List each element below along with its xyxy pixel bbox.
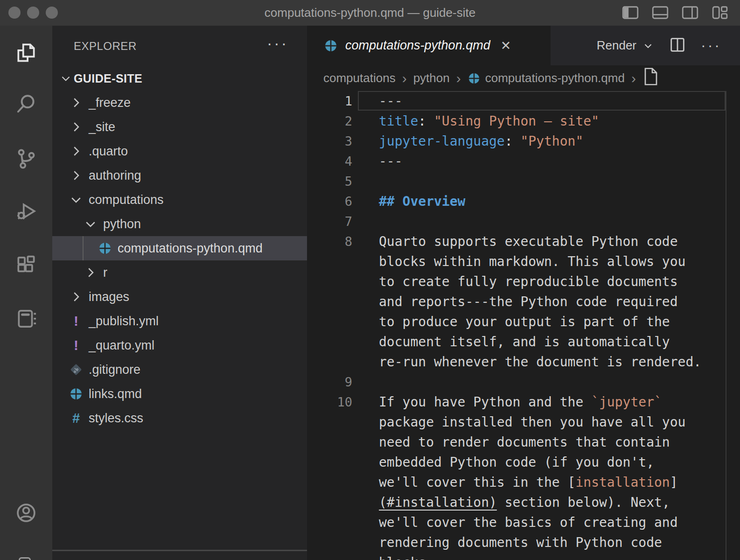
toggle-secondary-sidebar-icon[interactable] — [680, 3, 700, 24]
breadcrumb-item-computations[interactable]: computations — [323, 71, 396, 85]
code-line-8-row1[interactable]: 8Quarto supports executable Python code — [307, 231, 740, 252]
tree-item--freeze[interactable]: _freeze — [52, 91, 307, 115]
quarto-file-icon — [468, 72, 485, 85]
breadcrumb-separator: › — [631, 70, 636, 86]
line-number[interactable] — [307, 512, 352, 532]
code-text: to produce your output is part of the — [379, 312, 670, 332]
breadcrumb-item-computations-python-qmd[interactable]: computations-python.qmd — [468, 71, 625, 85]
tree-item-computations[interactable]: computations — [52, 188, 307, 212]
section-label: GUIDE-SITE — [74, 72, 142, 85]
line-number[interactable]: 10 — [307, 392, 352, 412]
tree-item-label: styles.css — [89, 411, 143, 426]
line-number[interactable] — [307, 472, 352, 492]
line-number[interactable] — [307, 452, 352, 472]
split-editor-icon[interactable] — [668, 35, 687, 56]
code-line-10-row9[interactable]: blocks. — [307, 553, 740, 560]
line-number[interactable] — [307, 492, 352, 512]
activity-extensions[interactable] — [0, 245, 52, 287]
line-number[interactable]: 7 — [307, 211, 352, 231]
line-number[interactable] — [307, 432, 352, 452]
activity-explorer[interactable] — [0, 32, 52, 75]
editor-more-actions[interactable]: ··· — [701, 37, 721, 54]
code-line-10-row7[interactable]: we'll cover the basics of creating and — [307, 512, 740, 532]
line-number[interactable]: 8 — [307, 231, 352, 252]
chevron-right-icon — [84, 266, 98, 280]
code-line-8-row3[interactable]: to create fully reproducible documents — [307, 272, 740, 292]
code-line-9[interactable]: 9 — [307, 372, 740, 392]
line-number[interactable]: 6 — [307, 191, 352, 211]
line-number[interactable]: 9 — [307, 372, 352, 392]
chevron-down-icon — [58, 72, 74, 84]
explorer-more-actions[interactable]: ··· — [267, 34, 288, 52]
code-line-1[interactable]: 1--- — [307, 91, 740, 111]
code-line-7[interactable]: 7 — [307, 211, 740, 231]
customize-layout-icon[interactable] — [710, 3, 730, 24]
tree-item-label: authoring — [89, 168, 141, 183]
activity-source-control[interactable] — [0, 138, 52, 181]
activity-search[interactable] — [0, 84, 52, 126]
tree-item-authoring[interactable]: authoring — [52, 163, 307, 188]
code-text: rendering documents with Python code — [379, 532, 662, 553]
tab-close-icon[interactable]: ✕ — [501, 38, 511, 53]
section-header-guide-site[interactable]: GUIDE-SITE — [52, 67, 307, 90]
tree-item--quarto-yml[interactable]: !_quarto.yml — [52, 333, 307, 357]
code-line-10-row8[interactable]: rendering documents with Python code — [307, 532, 740, 553]
tree-item--site[interactable]: _site — [52, 115, 307, 139]
line-number[interactable] — [307, 553, 352, 560]
tree-item-label: computations — [89, 193, 164, 207]
line-number[interactable]: 1 — [307, 91, 352, 111]
code-line-8-row6[interactable]: document itself, and is automatically — [307, 332, 740, 352]
line-number[interactable] — [307, 312, 352, 332]
tree-item-python[interactable]: python — [52, 212, 307, 236]
render-button[interactable]: Render — [597, 38, 654, 53]
activity-notebook[interactable] — [0, 298, 52, 341]
code-line-10-row5[interactable]: we'll cover this in the [installation] — [307, 472, 740, 492]
line-number[interactable] — [307, 412, 352, 432]
line-number[interactable] — [307, 252, 352, 272]
code-line-3[interactable]: 3jupyter-language: "Python" — [307, 131, 740, 151]
code-line-4[interactable]: 4--- — [307, 151, 740, 171]
tree-item-styles-css[interactable]: #styles.css — [52, 406, 307, 430]
settings-gear-icon[interactable] — [19, 557, 31, 560]
code-line-10-row6[interactable]: (#installation) section below). Next, — [307, 492, 740, 512]
chevron-right-icon — [69, 290, 83, 304]
tab-computations-python[interactable]: computations-python.qmd ✕ — [307, 26, 551, 65]
chevron-right-icon — [69, 120, 83, 134]
code-line-2[interactable]: 2title: "Using Python — site" — [307, 111, 740, 131]
tree-item--gitignore[interactable]: .gitignore — [52, 357, 307, 382]
line-number[interactable] — [307, 272, 352, 292]
tree-item-images[interactable]: images — [52, 285, 307, 309]
code-line-8-row7[interactable]: re-run whenever the document is rendered… — [307, 352, 740, 372]
line-number[interactable] — [307, 352, 352, 372]
line-number[interactable] — [307, 292, 352, 312]
code-editor[interactable]: 1---2title: "Using Python — site"3jupyte… — [307, 91, 740, 560]
section-header-outline[interactable]: OUTLINE — [52, 553, 307, 560]
code-text: blocks. — [379, 553, 434, 560]
tree-item-r[interactable]: r — [52, 260, 307, 285]
code-line-10-row4[interactable]: embedded Python code (if you don't, — [307, 452, 740, 472]
line-number[interactable]: 3 — [307, 131, 352, 151]
toggle-panel-icon[interactable] — [650, 3, 670, 24]
line-number[interactable] — [307, 532, 352, 553]
code-line-8-row5[interactable]: to produce your output is part of the — [307, 312, 740, 332]
code-line-8-row4[interactable]: and reports---the Python code required — [307, 292, 740, 312]
breadcrumb-item-python[interactable]: python — [413, 71, 450, 85]
line-number[interactable]: 4 — [307, 151, 352, 171]
activity-run-debug[interactable] — [0, 191, 52, 234]
line-number[interactable]: 5 — [307, 171, 352, 191]
code-line-10-row3[interactable]: need to render documents that contain — [307, 432, 740, 452]
line-number[interactable]: 2 — [307, 111, 352, 131]
code-line-10-row1[interactable]: 10If you have Python and the `jupyter` — [307, 392, 740, 412]
tree-item--quarto[interactable]: .quarto — [52, 139, 307, 163]
code-line-5[interactable]: 5 — [307, 171, 740, 191]
line-number[interactable] — [307, 332, 352, 352]
chevron-right-icon — [69, 168, 83, 182]
activity-account[interactable] — [0, 492, 52, 535]
code-line-6[interactable]: 6## Overview — [307, 191, 740, 211]
code-line-10-row2[interactable]: package installed then you have all you — [307, 412, 740, 432]
toggle-primary-sidebar-icon[interactable] — [621, 3, 640, 24]
tree-item-links-qmd[interactable]: links.qmd — [52, 382, 307, 406]
tree-item-computations-python-qmd[interactable]: computations-python.qmd — [52, 236, 307, 260]
code-line-8-row2[interactable]: blocks within markdown. This allows you — [307, 252, 740, 272]
tree-item--publish-yml[interactable]: !_publish.yml — [52, 309, 307, 333]
